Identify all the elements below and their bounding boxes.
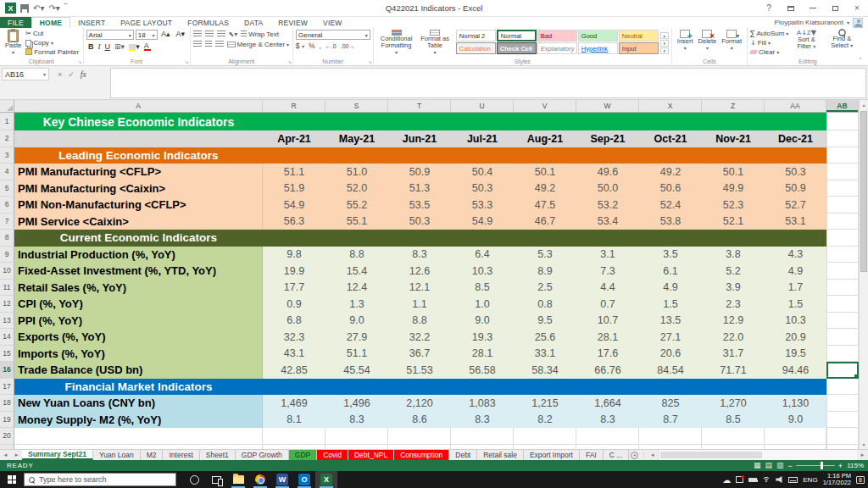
- cell-S11[interactable]: 12.4: [326, 280, 388, 297]
- cell-T10[interactable]: 12.6: [388, 263, 451, 280]
- comma-format-icon[interactable]: ,: [319, 42, 320, 50]
- cell-X13[interactable]: 13.5: [639, 313, 702, 330]
- cell-A1[interactable]: Key Chinese Economic Indicators: [14, 113, 263, 130]
- ribbon-tab-file[interactable]: FILE: [0, 17, 31, 28]
- bold-button[interactable]: B: [86, 42, 97, 51]
- format-as-table-button[interactable]: Format as Table▾: [416, 30, 453, 56]
- cell-W5[interactable]: 50.0: [576, 180, 639, 197]
- col-header-X[interactable]: X: [639, 100, 702, 113]
- cell-R6[interactable]: 54.9: [263, 197, 326, 214]
- cell-V14[interactable]: 25.6: [514, 329, 576, 346]
- cell-R10[interactable]: 19.9: [263, 263, 326, 280]
- cell-V9[interactable]: 5.3: [514, 247, 576, 263]
- chrome-button[interactable]: [249, 471, 271, 488]
- ribbon-tab-view[interactable]: VIEW: [315, 17, 350, 28]
- align-left-icon[interactable]: [193, 41, 202, 47]
- cell-Z14[interactable]: 22.0: [702, 329, 765, 346]
- cell-Z13[interactable]: 12.9: [702, 313, 765, 330]
- sort-filter-button[interactable]: A↓Z▼ Sort & Filter ▾: [788, 30, 824, 56]
- excel-taskbar-button[interactable]: X: [315, 471, 337, 488]
- cell-U15[interactable]: 28.1: [451, 346, 514, 363]
- cell-T13[interactable]: 8.8: [388, 313, 451, 330]
- cell-AB16[interactable]: [826, 362, 859, 379]
- cell-Z10[interactable]: 5.2: [702, 263, 765, 280]
- cell-A4[interactable]: PMI Manufacturing <CFLP>: [14, 164, 263, 180]
- horizontal-scrollbar[interactable]: [658, 450, 857, 460]
- sheet-tab-yuan-loan[interactable]: Yuan Loan: [93, 450, 141, 460]
- cell-U4[interactable]: 50.4: [451, 164, 514, 180]
- row-header-5[interactable]: 5: [0, 180, 14, 197]
- row-header-11[interactable]: 11: [0, 280, 14, 297]
- cell-style-selected[interactable]: Normal: [497, 30, 537, 42]
- row-header-18[interactable]: 18: [0, 395, 14, 412]
- start-button[interactable]: [0, 471, 24, 488]
- cell-Z20[interactable]: [702, 428, 765, 445]
- ribbon-tab-home[interactable]: HOME: [31, 17, 70, 28]
- cell-AB11[interactable]: [826, 280, 859, 297]
- close-button[interactable]: ×: [846, 0, 868, 16]
- row-header-4[interactable]: 4: [0, 164, 14, 180]
- cell-A2[interactable]: [14, 130, 263, 147]
- cell-A15[interactable]: Imports (%, YoY): [14, 346, 263, 363]
- section-header-area[interactable]: [263, 230, 826, 247]
- cell-A7[interactable]: PMI Service <Caixin>: [14, 214, 263, 230]
- cell-V13[interactable]: 9.5: [514, 313, 576, 330]
- col-header-AB[interactable]: AB: [826, 100, 859, 113]
- cell-U18[interactable]: 1,083: [451, 395, 514, 412]
- number-format-select[interactable]: General▾: [296, 30, 370, 40]
- cell-AA10[interactable]: 4.9: [765, 263, 826, 280]
- cell-R9[interactable]: 9.8: [263, 247, 326, 263]
- cell-AB2[interactable]: [826, 130, 859, 147]
- align-bottom-icon[interactable]: [217, 30, 225, 37]
- restore-button[interactable]: [824, 0, 846, 16]
- cell-X16[interactable]: 84.54: [639, 362, 702, 379]
- tab-nav-right-icon[interactable]: ▸: [11, 450, 22, 460]
- cell-Z19[interactable]: 8.5: [702, 412, 765, 429]
- col-header-R[interactable]: R: [263, 100, 326, 113]
- cell-style-input[interactable]: Input: [619, 42, 659, 54]
- cell-AA19[interactable]: 9.0: [765, 412, 826, 429]
- cell-Z6[interactable]: 52.3: [702, 197, 765, 214]
- cell-X12[interactable]: 1.5: [639, 296, 702, 313]
- action-center-icon[interactable]: 8: [856, 476, 865, 484]
- cell-AA18[interactable]: 1,130: [765, 395, 826, 412]
- cell-AA7[interactable]: 53.1: [765, 214, 826, 230]
- cell-AB3[interactable]: [826, 147, 859, 164]
- cell-A3[interactable]: Leading Economic Indicators: [14, 147, 263, 164]
- cell-Z5[interactable]: 49.9: [702, 180, 765, 197]
- cell-U9[interactable]: 6.4: [451, 247, 514, 263]
- cell-style-calculation[interactable]: Calculation: [456, 42, 496, 54]
- cell-W14[interactable]: 28.1: [576, 329, 639, 346]
- cell-X20[interactable]: [639, 428, 702, 445]
- font-size-select[interactable]: 18▾: [136, 30, 158, 40]
- format-cells-button[interactable]: ▾Format▾: [719, 30, 744, 56]
- row-header-16[interactable]: 16: [0, 362, 14, 379]
- cell-V19[interactable]: 8.2: [514, 412, 576, 429]
- cell-R16[interactable]: 42.85: [263, 362, 326, 379]
- cell-AA5[interactable]: 50.9: [765, 180, 826, 197]
- col-header-Z[interactable]: Z: [702, 100, 765, 113]
- cell-Z12[interactable]: 2.3: [702, 296, 765, 313]
- cut-button[interactable]: ✂Cut: [25, 30, 79, 38]
- select-all-corner[interactable]: [0, 100, 14, 113]
- cell-T18[interactable]: 2,120: [388, 395, 451, 412]
- cell-R20[interactable]: [263, 428, 326, 445]
- cell-V2[interactable]: Aug-21: [514, 130, 576, 147]
- col-header-V[interactable]: V: [514, 100, 576, 113]
- cell-U6[interactable]: 53.3: [451, 197, 514, 214]
- cell-A10[interactable]: Fixed-Asset Investment (%, YTD, YoY): [14, 263, 263, 280]
- section-header-area[interactable]: [263, 147, 826, 164]
- cell-U11[interactable]: 8.5: [451, 280, 514, 297]
- save-icon[interactable]: [20, 4, 29, 13]
- row-header-8[interactable]: 8: [0, 230, 14, 247]
- row-header-13[interactable]: 13: [0, 313, 14, 330]
- cell-S4[interactable]: 51.0: [326, 164, 388, 180]
- cell-W20[interactable]: [576, 428, 639, 445]
- excel-app-icon[interactable]: X: [5, 3, 16, 14]
- cell-X6[interactable]: 52.4: [639, 197, 702, 214]
- font-name-select[interactable]: Arial▾: [86, 30, 134, 40]
- cell-T16[interactable]: 51.53: [388, 362, 451, 379]
- fill-button[interactable]: ↓Fill▾: [750, 39, 788, 47]
- cell-AB8[interactable]: [826, 230, 859, 247]
- copy-button[interactable]: Copy ▾: [25, 39, 79, 47]
